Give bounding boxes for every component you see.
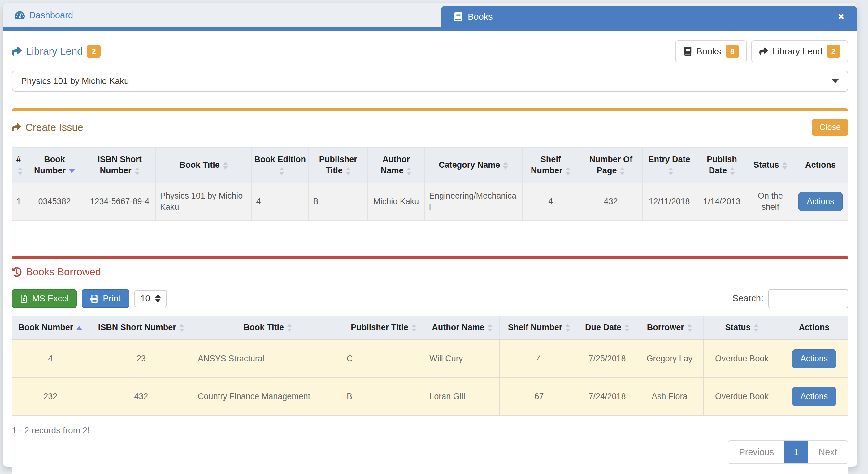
col-header-borrower[interactable]: Borrower bbox=[636, 316, 703, 339]
cell-edition: 4 bbox=[252, 183, 308, 220]
book-select-dropdown[interactable]: Physics 101 by Michio Kaku bbox=[12, 70, 848, 92]
cell-actions: Actions bbox=[793, 183, 848, 220]
books-button-label: Books bbox=[696, 46, 721, 57]
col-header-book-number[interactable]: Book Number bbox=[25, 148, 84, 183]
col-header-shelf[interactable]: Shelf Number bbox=[499, 316, 579, 339]
col-header-category[interactable]: Category Name bbox=[425, 148, 522, 183]
cell-author: Will Cury bbox=[425, 339, 499, 378]
cell-borrower: Gregory Lay bbox=[636, 339, 703, 378]
sort-icon bbox=[279, 167, 284, 175]
col-header-book-edition[interactable]: Book Edition bbox=[252, 148, 308, 183]
books-borrowed-header: Books Borrowed bbox=[12, 266, 848, 278]
cell-title: Physics 101 by Michio Kaku bbox=[156, 183, 252, 220]
pagination-row: Previous 1 Next bbox=[12, 440, 848, 464]
books-borrowed-panel: Books Borrowed MS Excel Print 10 Search: bbox=[12, 256, 848, 474]
quick-buttons: Books 8 Library Lend 2 bbox=[675, 40, 848, 63]
tab-books[interactable]: Books ✖ bbox=[441, 6, 857, 27]
tab-dashboard[interactable]: Dashboard bbox=[3, 3, 441, 27]
sort-icon bbox=[668, 167, 673, 175]
col-header-status[interactable]: Status bbox=[748, 148, 793, 183]
cell-title: ANSYS Stractural bbox=[193, 339, 342, 378]
print-button-label: Print bbox=[103, 294, 121, 304]
page-title: Library Lend 2 bbox=[12, 45, 101, 58]
col-header-author[interactable]: Author Name bbox=[425, 316, 499, 339]
cell-book-number: 4 bbox=[12, 339, 89, 378]
table-row: 232 432 Country Finance Management B Lor… bbox=[12, 378, 848, 415]
cell-status: On the shelf bbox=[748, 183, 793, 220]
sort-icon bbox=[782, 162, 787, 169]
col-header-book-title[interactable]: Book Title bbox=[156, 148, 252, 183]
col-header-book-title[interactable]: Book Title bbox=[193, 316, 342, 339]
tab-close-icon[interactable]: ✖ bbox=[838, 12, 844, 22]
printer-icon bbox=[90, 294, 98, 303]
col-header-isbn[interactable]: ISBN Short Number bbox=[89, 316, 193, 339]
actions-button[interactable]: Actions bbox=[798, 192, 843, 211]
col-header-status[interactable]: Status bbox=[703, 316, 780, 339]
cell-publish-date: 1/14/2013 bbox=[696, 183, 748, 220]
pagination: Previous 1 Next bbox=[728, 440, 848, 464]
col-header-isbn[interactable]: ISBN Short Number bbox=[84, 148, 156, 183]
cell-index: 1 bbox=[12, 183, 25, 220]
sort-asc-icon bbox=[76, 326, 82, 330]
page-title-label: Library Lend bbox=[26, 45, 83, 57]
cell-shelf: 67 bbox=[499, 378, 579, 415]
cell-publisher: B bbox=[308, 183, 368, 220]
pagination-next[interactable]: Next bbox=[808, 441, 847, 464]
close-button[interactable]: Close bbox=[812, 119, 848, 135]
ms-excel-button-label: MS Excel bbox=[32, 294, 69, 304]
main-window: Dashboard Books ✖ Library Lend 2 Books 8 bbox=[3, 3, 857, 467]
cell-entry-date: 12/11/2018 bbox=[643, 183, 696, 220]
spinner-arrows-icon bbox=[155, 294, 161, 303]
tab-bar: Dashboard Books ✖ bbox=[3, 3, 857, 27]
print-button[interactable]: Print bbox=[82, 289, 129, 308]
create-issue-title: Create Issue bbox=[12, 122, 83, 133]
pagination-page-1[interactable]: 1 bbox=[784, 441, 808, 464]
books-button[interactable]: Books 8 bbox=[675, 40, 747, 63]
sort-desc-icon bbox=[69, 169, 75, 173]
col-header-publisher[interactable]: Publisher Title bbox=[308, 148, 368, 183]
actions-button[interactable]: Actions bbox=[792, 387, 836, 406]
share-icon bbox=[12, 46, 22, 56]
cell-publisher: C bbox=[342, 339, 425, 378]
col-header-due-date[interactable]: Due Date bbox=[579, 316, 636, 339]
book-icon bbox=[683, 47, 692, 56]
cell-title: Country Finance Management bbox=[193, 378, 342, 415]
pagination-previous[interactable]: Previous bbox=[728, 441, 784, 464]
page-header: Library Lend 2 Books 8 Library Lend 2 bbox=[12, 40, 848, 63]
table-row: 4 23 ANSYS Stractural C Will Cury 4 7/25… bbox=[12, 339, 848, 378]
col-header-publish-date[interactable]: Publish Date bbox=[696, 148, 748, 183]
sort-icon bbox=[687, 324, 692, 332]
sort-icon bbox=[179, 324, 184, 332]
tab-books-label: Books bbox=[468, 12, 493, 22]
cell-category: Engineering/Mechanical bbox=[425, 183, 522, 220]
tab-dashboard-label: Dashboard bbox=[29, 10, 73, 21]
create-issue-panel: Create Issue Close # Book Number ISBN Sh… bbox=[12, 108, 848, 239]
col-header-entry-date[interactable]: Entry Date bbox=[643, 148, 696, 183]
share-icon bbox=[12, 123, 21, 132]
cell-author: Loran Gill bbox=[425, 378, 499, 415]
books-borrowed-table: Book Number ISBN Short Number Book Title… bbox=[12, 316, 848, 415]
col-header-index[interactable]: # bbox=[12, 148, 25, 183]
table-header-row: Book Number ISBN Short Number Book Title… bbox=[12, 316, 848, 339]
cell-shelf: 4 bbox=[499, 339, 579, 378]
library-lend-button[interactable]: Library Lend 2 bbox=[751, 40, 848, 63]
col-header-pages[interactable]: Number Of Page bbox=[579, 148, 643, 183]
cell-borrower: Ash Flora bbox=[636, 378, 703, 415]
col-header-actions: Actions bbox=[793, 148, 848, 183]
col-header-publisher[interactable]: Publisher Title bbox=[342, 316, 425, 339]
table-header-row: # Book Number ISBN Short Number Book Tit… bbox=[12, 148, 848, 183]
sort-icon bbox=[624, 324, 629, 332]
page-size-select[interactable]: 10 bbox=[134, 290, 167, 307]
book-select-value: Physics 101 by Michio Kaku bbox=[21, 76, 129, 86]
col-header-book-number[interactable]: Book Number bbox=[12, 316, 89, 339]
col-header-author[interactable]: Author Name bbox=[368, 148, 425, 183]
book-icon bbox=[454, 12, 463, 21]
search-area: Search: bbox=[733, 289, 848, 308]
search-input[interactable] bbox=[768, 289, 848, 308]
actions-button[interactable]: Actions bbox=[792, 349, 836, 368]
sort-icon bbox=[503, 162, 508, 169]
sort-icon bbox=[346, 167, 351, 175]
col-header-shelf[interactable]: Shelf Number bbox=[522, 148, 579, 183]
ms-excel-button[interactable]: MS Excel bbox=[12, 289, 77, 308]
books-button-badge: 8 bbox=[725, 45, 739, 58]
